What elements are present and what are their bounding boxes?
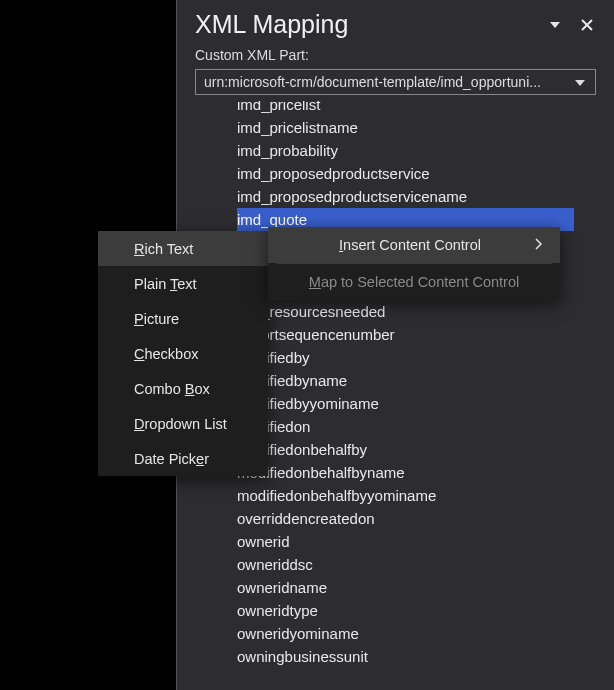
submenu-item-label: Dropdown List bbox=[134, 416, 227, 432]
tree-item[interactable]: owneridname bbox=[237, 576, 614, 599]
custom-xml-part-label: Custom XML Part: bbox=[177, 43, 614, 67]
submenu-item-label: Picture bbox=[134, 311, 179, 327]
panel-title: XML Mapping bbox=[195, 10, 546, 39]
tree-item[interactable]: ownerid bbox=[237, 530, 614, 553]
content-control-type-menu: Rich TextPlain TextPictureCheckboxCombo … bbox=[98, 231, 268, 476]
submenu-item[interactable]: Plain Text bbox=[98, 266, 268, 301]
close-icon[interactable] bbox=[578, 16, 596, 34]
submenu-item[interactable]: Dropdown List bbox=[98, 406, 268, 441]
chevron-right-icon bbox=[534, 237, 542, 253]
submenu-item[interactable]: Picture bbox=[98, 301, 268, 336]
tree-item[interactable]: modifiedbyname bbox=[237, 369, 614, 392]
dropdown-selected-value: urn:microsoft-crm/document-template/imd_… bbox=[204, 74, 573, 90]
tree-item[interactable]: modifiedonbehalfbyyominame bbox=[237, 484, 614, 507]
submenu-item[interactable]: Combo Box bbox=[98, 371, 268, 406]
tree-item[interactable]: imd_pricelist bbox=[237, 101, 614, 116]
header-actions bbox=[546, 16, 596, 34]
tree-item[interactable]: importsequencenumber bbox=[237, 323, 614, 346]
tree-item[interactable]: overriddencreatedon bbox=[237, 507, 614, 530]
chevron-down-icon bbox=[573, 74, 587, 90]
custom-xml-part-dropdown[interactable]: urn:microsoft-crm/document-template/imd_… bbox=[195, 69, 596, 95]
tree-item[interactable]: imd_proposedproductservice bbox=[237, 162, 614, 185]
panel-header: XML Mapping bbox=[177, 0, 614, 43]
submenu-item-label: Combo Box bbox=[134, 381, 210, 397]
menu-item-label: Map to Selected Content Control bbox=[286, 274, 542, 290]
panel-options-icon[interactable] bbox=[546, 16, 564, 34]
tree-item[interactable]: owningbusinessunit bbox=[237, 645, 614, 668]
tree-item[interactable]: modifiedon bbox=[237, 415, 614, 438]
tree-item[interactable]: owneriddsc bbox=[237, 553, 614, 576]
menu-item: Map to Selected Content Control bbox=[268, 264, 560, 300]
tree-item[interactable]: owneridtype bbox=[237, 599, 614, 622]
submenu-item-label: Plain Text bbox=[134, 276, 197, 292]
tree-item[interactable]: modifiedby bbox=[237, 346, 614, 369]
menu-item[interactable]: Insert Content Control bbox=[268, 227, 560, 263]
menu-item-label: Insert Content Control bbox=[286, 237, 534, 253]
tree-item[interactable]: modifiedonbehalfby bbox=[237, 438, 614, 461]
submenu-item-label: Date Picker bbox=[134, 451, 209, 467]
tree-item[interactable]: imd_resourcesneeded bbox=[237, 300, 614, 323]
tree-item[interactable]: modifiedbyyominame bbox=[237, 392, 614, 415]
submenu-item[interactable]: Checkbox bbox=[98, 336, 268, 371]
tree-item[interactable]: owneridyominame bbox=[237, 622, 614, 645]
tree-item[interactable]: imd_pricelistname bbox=[237, 116, 614, 139]
tree-item[interactable]: imd_proposedproductservicename bbox=[237, 185, 614, 208]
tree-item[interactable]: modifiedonbehalfbyname bbox=[237, 461, 614, 484]
context-menu: Insert Content ControlMap to Selected Co… bbox=[268, 227, 560, 300]
tree-item[interactable]: imd_probability bbox=[237, 139, 614, 162]
submenu-item-label: Rich Text bbox=[134, 241, 193, 257]
submenu-item-label: Checkbox bbox=[134, 346, 199, 362]
submenu-item[interactable]: Rich Text bbox=[98, 231, 268, 266]
submenu-item[interactable]: Date Picker bbox=[98, 441, 268, 476]
